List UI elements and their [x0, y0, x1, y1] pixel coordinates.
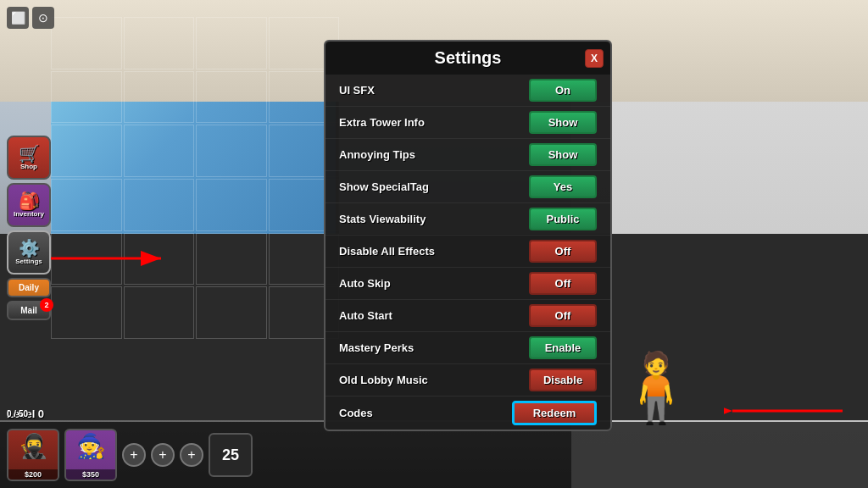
- setting-label-4: Stats Viewability: [339, 213, 426, 225]
- setting-label-10: Codes: [339, 407, 373, 419]
- settings-row-8: Mastery PerksEnable: [326, 332, 610, 364]
- settings-row-7: Auto StartOff: [326, 300, 610, 332]
- close-icon: X: [591, 53, 598, 64]
- settings-row-6: Auto SkipOff: [326, 268, 610, 300]
- setting-label-2: Annoying Tips: [339, 148, 415, 161]
- settings-row-5: Disable All EffectsOff: [326, 236, 610, 268]
- setting-btn-0[interactable]: On: [529, 79, 597, 102]
- settings-row-0: UI SFXOn: [326, 75, 610, 107]
- settings-row-4: Stats ViewabilityPublic: [326, 203, 610, 236]
- setting-btn-9[interactable]: Disable: [529, 369, 597, 391]
- setting-btn-5[interactable]: Off: [529, 240, 597, 263]
- setting-btn-2[interactable]: Show: [529, 143, 597, 166]
- settings-rows: UI SFXOnExtra Tower InfoShowAnnoying Tip…: [326, 75, 610, 430]
- setting-label-7: Auto Start: [339, 309, 392, 322]
- setting-label-1: Extra Tower Info: [339, 116, 425, 129]
- settings-arrow: [51, 246, 170, 271]
- setting-btn-6[interactable]: Off: [529, 272, 597, 295]
- settings-row-1: Extra Tower InfoShow: [326, 107, 610, 139]
- setting-btn-1[interactable]: Show: [529, 111, 597, 134]
- settings-modal: Settings X UI SFXOnExtra Tower InfoShowA…: [324, 40, 612, 431]
- settings-row-2: Annoying TipsShow: [326, 139, 610, 171]
- setting-btn-8[interactable]: Enable: [529, 336, 597, 359]
- modal-header: Settings X: [326, 42, 610, 75]
- settings-row-10: CodesRedeem: [326, 396, 610, 430]
- setting-label-8: Mastery Perks: [339, 341, 414, 354]
- setting-btn-4[interactable]: Public: [529, 208, 597, 230]
- setting-label-3: Show SpecialTag: [339, 180, 429, 193]
- setting-btn-10[interactable]: Redeem: [512, 401, 597, 425]
- setting-btn-3[interactable]: Yes: [529, 175, 597, 198]
- settings-row-9: Old Lobby MusicDisable: [326, 364, 610, 396]
- setting-label-6: Auto Skip: [339, 277, 391, 290]
- redeem-arrow: [724, 398, 843, 424]
- setting-label-0: UI SFX: [339, 84, 375, 97]
- modal-title: Settings: [435, 48, 502, 67]
- setting-btn-7[interactable]: Off: [529, 304, 597, 327]
- setting-label-5: Disable All Effects: [339, 245, 435, 258]
- settings-row-3: Show SpecialTagYes: [326, 171, 610, 203]
- setting-label-9: Old Lobby Music: [339, 374, 428, 386]
- modal-close-button[interactable]: X: [585, 49, 604, 68]
